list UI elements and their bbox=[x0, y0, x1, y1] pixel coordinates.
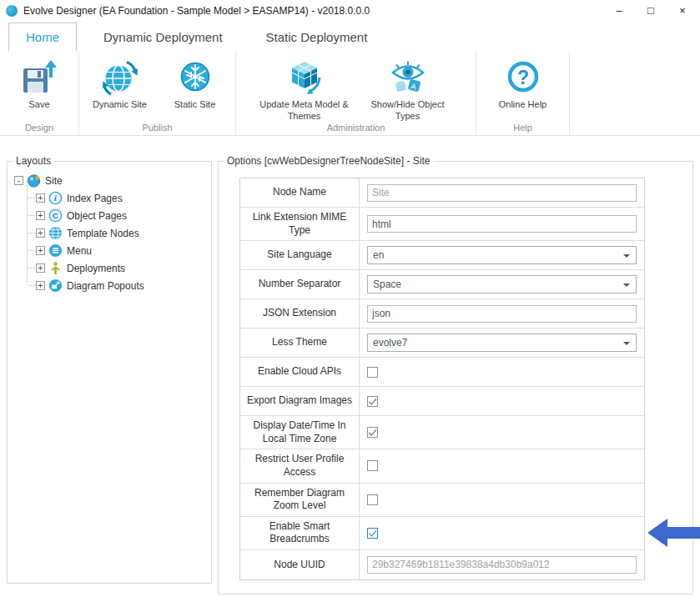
option-field bbox=[360, 358, 644, 386]
diagram-popouts-icon bbox=[48, 278, 63, 293]
ribbon-group-publish: Dynamic SiteStatic SitePublish bbox=[79, 52, 236, 135]
option-row-json-extension: JSON Extension bbox=[240, 299, 644, 329]
ribbon: SaveDesignDynamic SiteStatic SitePublish… bbox=[0, 52, 700, 136]
save-button[interactable]: Save bbox=[4, 56, 74, 111]
option-row-number-separator: Number SeparatorSpace bbox=[240, 270, 644, 299]
ribbon-group-name: Design bbox=[0, 123, 78, 133]
expand-icon[interactable]: + bbox=[36, 281, 45, 290]
remember-diagram-zoom-level-checkbox[interactable] bbox=[367, 494, 378, 505]
tab-home[interactable]: Home bbox=[8, 23, 77, 52]
tree-item-template-nodes[interactable]: +Template Nodes bbox=[19, 224, 211, 242]
tab-static-deployment[interactable]: Static Deployment bbox=[249, 23, 385, 52]
tree-item-object-pages[interactable]: +CObject Pages bbox=[19, 207, 211, 224]
option-field bbox=[360, 550, 644, 579]
show-hide-object-types-button[interactable]: AShow/Hide Object Types bbox=[359, 56, 457, 123]
option-field bbox=[360, 484, 644, 516]
tree-item-label: Deployments bbox=[67, 263, 125, 274]
tree-item-index-pages[interactable]: +iIndex Pages bbox=[19, 189, 211, 207]
option-label: JSON Extension bbox=[240, 299, 360, 328]
ribbon-buttons: Update Meta Model & ThemesAShow/Hide Obj… bbox=[236, 52, 476, 123]
expand-icon[interactable]: + bbox=[36, 211, 45, 220]
tree-guide bbox=[28, 215, 35, 216]
option-label: Enable Cloud APIs bbox=[240, 358, 360, 386]
tree-item-menu[interactable]: +Menu bbox=[19, 242, 211, 259]
tree-guide bbox=[28, 198, 35, 198]
tree-item-label: Diagram Popouts bbox=[67, 280, 144, 292]
static-site-button[interactable]: Static Site bbox=[160, 56, 230, 111]
menu-node-icon bbox=[48, 243, 63, 258]
tree-item-deployments[interactable]: +Deployments bbox=[19, 259, 211, 277]
chevron-down-icon bbox=[623, 342, 630, 345]
option-field bbox=[360, 299, 644, 328]
chevron-down-icon bbox=[623, 254, 630, 258]
tree-item-label: Menu bbox=[67, 245, 92, 257]
online-help-icon: ? bbox=[504, 56, 542, 98]
json-extension-input[interactable] bbox=[367, 305, 637, 323]
title-bar: Evolve Designer (EA Foundation - Sample … bbox=[0, 0, 700, 21]
tree-item-diagram-popouts[interactable]: +Diagram Popouts bbox=[19, 277, 211, 294]
site-language-select[interactable]: en bbox=[367, 246, 637, 264]
collapse-icon[interactable]: - bbox=[14, 176, 23, 185]
number-separator-select[interactable]: Space bbox=[367, 275, 637, 293]
close-button[interactable]: × bbox=[667, 0, 698, 21]
template-nodes-icon bbox=[48, 226, 63, 240]
option-label: Number Separator bbox=[240, 270, 360, 298]
meta-model-icon bbox=[285, 56, 324, 98]
options-panel-title: Options [cwWebDesignerTreeNodeSite] - Si… bbox=[224, 155, 433, 167]
ribbon-group-administration: Update Meta Model & ThemesAShow/Hide Obj… bbox=[236, 52, 476, 135]
export-diagram-images-checkbox[interactable] bbox=[367, 396, 378, 407]
options-table: Node NameLink Extension MIME TypeSite La… bbox=[239, 178, 645, 580]
ribbon-group-name: Administration bbox=[236, 123, 476, 133]
option-field: evolve7 bbox=[360, 329, 644, 357]
tree-guide bbox=[28, 233, 35, 233]
layouts-panel: Layouts -Site+iIndex Pages+CObject Pages… bbox=[7, 161, 212, 584]
option-row-enable-cloud-apis: Enable Cloud APIs bbox=[240, 358, 644, 387]
ribbon-button-label: Static Site bbox=[174, 99, 216, 111]
dynamic-site-button[interactable]: Dynamic Site bbox=[85, 56, 155, 111]
save-icon bbox=[20, 56, 58, 98]
less-theme-select[interactable]: evolve7 bbox=[367, 334, 637, 352]
expand-icon[interactable]: + bbox=[36, 263, 45, 273]
ribbon-group-design: SaveDesign bbox=[0, 52, 79, 135]
minimize-button[interactable]: – bbox=[603, 0, 635, 21]
expand-icon[interactable]: + bbox=[36, 246, 45, 255]
tree-guide bbox=[28, 285, 35, 286]
svg-text:i: i bbox=[54, 193, 57, 203]
option-row-restrict-user-profile-access: Restrict User Profile Access bbox=[240, 449, 644, 483]
tree-item-label: Object Pages bbox=[67, 210, 127, 222]
option-row-less-theme: Less Themeevolve7 bbox=[240, 329, 644, 358]
expand-icon[interactable]: + bbox=[36, 193, 45, 203]
option-label: Restrict User Profile Access bbox=[240, 449, 360, 482]
layout-tree: -Site+iIndex Pages+CObject Pages+Templat… bbox=[8, 162, 211, 294]
layouts-panel-title: Layouts bbox=[13, 155, 54, 167]
tree-item-site[interactable]: -Site bbox=[14, 172, 211, 189]
option-label: Remember Diagram Zoom Level bbox=[240, 484, 360, 516]
select-value: Space bbox=[373, 278, 401, 290]
link-extension-mime-type-input[interactable] bbox=[367, 215, 637, 233]
option-row-site-language: Site Languageen bbox=[240, 241, 644, 270]
update-meta-model-themes-button[interactable]: Update Meta Model & Themes bbox=[255, 56, 354, 123]
ribbon-group-name: Publish bbox=[79, 123, 235, 133]
option-row-enable-smart-breadcrumbs: Enable Smart Breadcrumbs bbox=[240, 517, 644, 550]
option-row-link-extension-mime-type: Link Extension MIME Type bbox=[240, 208, 644, 241]
select-value: evolve7 bbox=[373, 337, 407, 349]
index-pages-icon: i bbox=[48, 191, 63, 205]
node-uuid-input bbox=[367, 556, 637, 574]
tab-dynamic-deployment[interactable]: Dynamic Deployment bbox=[87, 23, 239, 52]
restrict-user-profile-access-checkbox[interactable] bbox=[367, 460, 378, 471]
enable-cloud-apis-checkbox[interactable] bbox=[367, 367, 378, 378]
online-help-button[interactable]: ?Online Help bbox=[488, 56, 558, 111]
tree-guide bbox=[28, 268, 35, 268]
maximize-button[interactable]: □ bbox=[635, 0, 667, 21]
window-title: Evolve Designer (EA Foundation - Sample … bbox=[23, 5, 370, 17]
option-label: Export Diagram Images bbox=[240, 387, 360, 415]
deployments-icon bbox=[48, 261, 63, 275]
display-date-time-in-local-time-zone-checkbox[interactable] bbox=[367, 427, 378, 438]
ribbon-buttons: Save bbox=[0, 52, 78, 111]
option-label: Link Extension MIME Type bbox=[240, 208, 360, 240]
expand-icon[interactable]: + bbox=[36, 228, 45, 238]
ribbon-button-label: Save bbox=[28, 99, 49, 111]
option-field: Space bbox=[360, 270, 644, 298]
tree-item-label: Index Pages bbox=[67, 193, 123, 204]
enable-smart-breadcrumbs-checkbox[interactable] bbox=[367, 528, 378, 539]
